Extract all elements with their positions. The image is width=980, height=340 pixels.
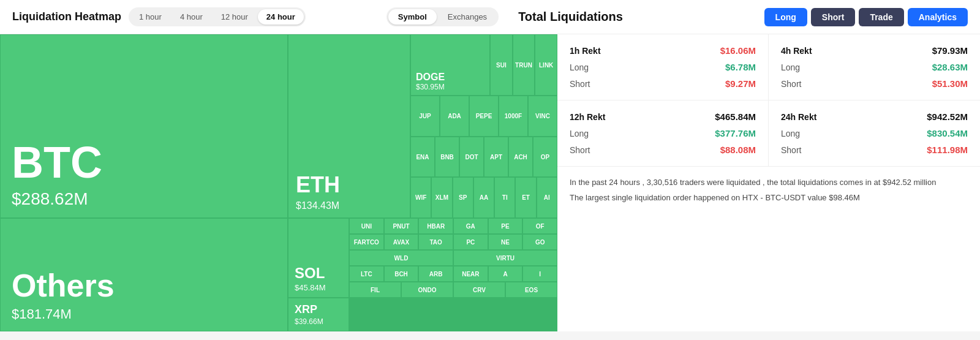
bch-cell[interactable]: BCH: [384, 266, 419, 282]
ga-cell[interactable]: GA: [453, 218, 488, 234]
liq-24h-total: $942.52M: [927, 111, 968, 122]
doge-ticker: DOGE: [416, 72, 484, 83]
liq-1h-long-label: Long: [570, 62, 589, 72]
liq-24h-short-label: Short: [781, 145, 801, 155]
arb-cell[interactable]: ARB: [418, 266, 453, 282]
liq-12h-total: $465.84M: [715, 111, 756, 122]
eth-cell[interactable]: ETH $134.43M: [288, 34, 410, 218]
ach-cell[interactable]: ACH: [508, 137, 533, 178]
sui-cell[interactable]: SUI: [490, 34, 513, 96]
liq-24h-short-val: $111.98M: [927, 145, 968, 155]
short-button[interactable]: Short: [811, 8, 856, 26]
et-cell[interactable]: ET: [515, 177, 536, 218]
sol-cell[interactable]: SOL $45.84M: [288, 218, 349, 298]
liq-12h-short-val: $88.08M: [720, 145, 756, 155]
near-cell[interactable]: NEAR: [453, 266, 488, 282]
time-filter-group: 1 hour 4 hour 12 hour 24 hour: [129, 7, 306, 26]
liq-4h-total: $79.93M: [932, 45, 968, 56]
exchanges-btn[interactable]: Exchanges: [438, 9, 497, 25]
crv-cell[interactable]: CRV: [453, 282, 505, 298]
eos-cell[interactable]: EOS: [505, 282, 557, 298]
wif-cell[interactable]: WIF: [410, 177, 431, 218]
avax-cell[interactable]: AVAX: [384, 234, 419, 250]
others-ticker: Others: [12, 267, 276, 304]
pe-cell[interactable]: PE: [488, 218, 523, 234]
summary-line1: In the past 24 hours , 3,30,516 traders …: [570, 176, 968, 189]
ne-cell[interactable]: NE: [488, 234, 523, 250]
time-1h[interactable]: 1 hour: [130, 9, 170, 25]
wld-cell[interactable]: WLD: [349, 250, 453, 266]
liq-12h-card: 12h Rekt $465.84M Long $377.76M Short $8…: [557, 100, 769, 166]
pnut-cell[interactable]: PNUT: [384, 218, 419, 234]
fartco-cell[interactable]: FARTCO: [349, 234, 384, 250]
sol-ticker: SOL: [295, 265, 342, 282]
symbol-btn[interactable]: Symbol: [388, 9, 437, 25]
summary-box: In the past 24 hours , 3,30,516 traders …: [557, 167, 980, 214]
right-panel: 1h Rekt $16.06M Long $6.78M Short $9.27M…: [557, 34, 980, 331]
ena-cell[interactable]: ENA: [410, 137, 435, 178]
liq-1h-short-label: Short: [570, 79, 590, 89]
summary-line2: The largest single liquidation order hap…: [570, 192, 968, 205]
time-4h[interactable]: 4 hour: [172, 9, 211, 25]
eth-ticker: ETH: [296, 172, 402, 198]
bnb-cell[interactable]: BNB: [435, 137, 459, 178]
long-button[interactable]: Long: [764, 8, 807, 26]
ada-cell[interactable]: ADA: [440, 96, 469, 137]
fil-cell[interactable]: FIL: [349, 282, 401, 298]
sp-cell[interactable]: SP: [453, 177, 473, 218]
liq-12h-long-val: $377.76M: [715, 128, 756, 138]
liq-1h-title: 1h Rekt: [570, 46, 601, 56]
a-cell[interactable]: A: [488, 266, 523, 282]
pepe-cell[interactable]: PEPE: [469, 96, 499, 137]
dot-cell[interactable]: DOT: [459, 137, 484, 178]
liq-24h-long-label: Long: [781, 129, 800, 138]
jup-cell[interactable]: JUP: [410, 96, 440, 137]
main-content: BTC $288.62M ETH $134.43M: [0, 34, 980, 331]
liq-1h-short-val: $9.27M: [725, 78, 756, 89]
xlm-cell[interactable]: XLM: [431, 177, 452, 218]
liq-4h-long-label: Long: [781, 62, 800, 72]
liq-12h-title: 12h Rekt: [570, 112, 605, 122]
time-12h[interactable]: 12 hour: [213, 9, 257, 25]
ai-cell[interactable]: AI: [537, 177, 557, 218]
liq-1h-long-val: $6.78M: [725, 62, 756, 72]
btc-cell[interactable]: BTC $288.62M: [0, 34, 288, 218]
tao-cell[interactable]: TAO: [418, 234, 453, 250]
others-cell[interactable]: Others $181.74M: [0, 218, 288, 331]
of-cell[interactable]: OF: [522, 218, 557, 234]
symbol-exchange-group: Symbol Exchanges: [386, 7, 499, 26]
vinc-cell[interactable]: VINC: [528, 96, 557, 137]
ltc-cell[interactable]: LTC: [349, 266, 384, 282]
trade-button[interactable]: Trade: [859, 8, 903, 26]
btc-ticker: BTC: [12, 140, 276, 184]
ti-cell[interactable]: TI: [494, 177, 515, 218]
liq-12h-long-label: Long: [570, 129, 589, 138]
xrp-cell[interactable]: XRP $39.66M: [288, 298, 349, 331]
btc-amount: $288.62M: [12, 189, 276, 209]
go-cell[interactable]: GO: [522, 234, 557, 250]
op-cell[interactable]: OP: [533, 137, 557, 178]
xrp-ticker: XRP: [295, 303, 342, 316]
apt-cell[interactable]: APT: [484, 137, 508, 178]
i-cell[interactable]: I: [522, 266, 557, 282]
time-24h[interactable]: 24 hour: [258, 9, 304, 25]
liq-1h-card: 1h Rekt $16.06M Long $6.78M Short $9.27M: [557, 34, 769, 100]
link-cell[interactable]: LINK: [535, 34, 557, 96]
virtu-cell[interactable]: VIRTU: [453, 250, 557, 266]
hbar-cell[interactable]: HBAR: [418, 218, 453, 234]
liq-12h-short-label: Short: [570, 145, 590, 155]
doge-amount: $30.95M: [416, 83, 484, 91]
pc-cell[interactable]: PC: [453, 234, 488, 250]
uni-cell[interactable]: UNI: [349, 218, 384, 234]
liq-24h-card: 24h Rekt $942.52M Long $830.54M Short $1…: [769, 100, 980, 166]
analytics-button[interactable]: Analytics: [908, 8, 968, 26]
heatmap: BTC $288.62M ETH $134.43M: [0, 34, 557, 331]
others-amount: $181.74M: [12, 306, 276, 322]
aa-cell[interactable]: AA: [473, 177, 494, 218]
liq-1h-total: $16.06M: [720, 45, 756, 56]
doge-cell[interactable]: DOGE $30.95M: [410, 34, 490, 96]
liquidation-grid: 1h Rekt $16.06M Long $6.78M Short $9.27M…: [557, 34, 980, 167]
trun-cell[interactable]: TRUN: [513, 34, 535, 96]
1000f-cell[interactable]: 1000F: [499, 96, 528, 137]
ondo-cell[interactable]: ONDO: [401, 282, 453, 298]
